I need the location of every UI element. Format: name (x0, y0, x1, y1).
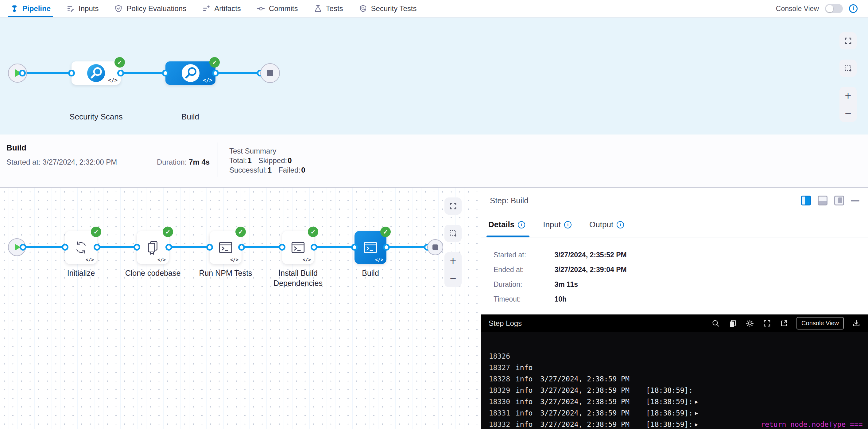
step-label[interactable]: Clone codebase (116, 268, 190, 278)
tab-label: Commits (269, 4, 298, 13)
tab-policy-evaluations[interactable]: Policy Evaluations (115, 0, 186, 17)
tab-commits[interactable]: Commits (257, 0, 298, 17)
port (94, 244, 100, 251)
stage-node-build[interactable]: ✓ </> (165, 61, 215, 85)
select-region-button[interactable] (444, 225, 462, 242)
code-glyph: </> (86, 257, 94, 263)
step-details: Started at: 3/27/2024, 2:35:52 PM Ended … (481, 237, 868, 314)
open-logs-external-button[interactable] (780, 319, 788, 328)
zoom-in-button[interactable]: + (839, 87, 857, 104)
tab-label: Output (589, 220, 613, 229)
fullscreen-icon (449, 202, 457, 210)
step-canvas-controls: + − (444, 197, 462, 287)
copy-logs-button[interactable] (728, 319, 737, 328)
successful-label: Successful: (229, 166, 267, 174)
step-node-initialize[interactable]: ✓ </> (65, 231, 97, 264)
step-label[interactable]: Build (334, 268, 407, 278)
info-icon[interactable]: i (849, 4, 858, 13)
step-label[interactable]: Initialize (44, 268, 118, 278)
detail-label: Timeout: (494, 295, 553, 303)
tab-artifacts[interactable]: Artifacts (202, 0, 241, 17)
tab-details[interactable]: Details i (488, 220, 525, 237)
zoom-out-button[interactable]: − (444, 270, 462, 287)
panel-layout-controls (801, 195, 859, 206)
port (62, 244, 68, 251)
tab-pipeline[interactable]: Pipeline (10, 0, 51, 17)
layout-bottom-view-icon[interactable] (818, 195, 828, 206)
zoom-in-button[interactable]: + (444, 252, 462, 270)
port (68, 70, 75, 76)
sync-icon (73, 240, 89, 255)
log-row[interactable]: 18331 info 3/27/2024, 2:38:59 PM [18:38:… (481, 396, 868, 407)
tab-inputs[interactable]: Inputs (67, 0, 98, 17)
step-execution-canvas[interactable]: ✓ </> Initialize ✓ </> Clone codebase ✓ … (0, 188, 481, 429)
fullscreen-button[interactable] (444, 197, 462, 215)
step-node-run-npm-tests[interactable]: ✓ </> (210, 231, 242, 264)
info-icon[interactable]: i (564, 221, 571, 228)
download-logs-button[interactable] (852, 319, 861, 328)
console-view-toggle[interactable] (825, 4, 843, 13)
stop-icon (267, 70, 273, 76)
stage-canvas-controls: + − (839, 32, 857, 122)
port (279, 244, 285, 251)
select-region-button[interactable] (839, 60, 857, 77)
detail-value: 3/27/2024, 2:39:04 PM (554, 266, 626, 274)
port (117, 70, 124, 76)
pipeline-end-node[interactable] (260, 63, 280, 83)
step-node-install-build-dependencies[interactable]: ✓ </> (282, 231, 314, 264)
log-row[interactable]: 18330 info 3/27/2024, 2:38:59 PM [18:38:… (481, 385, 868, 396)
log-row[interactable]: 18332 info 3/27/2024, 2:38:59 PM [18:38:… (481, 407, 868, 419)
log-row[interactable]: 18328 info 3/27/2024, 2:38:59 PM [18:38:… (481, 362, 868, 373)
zoom-controls: + − (444, 252, 462, 287)
tab-input[interactable]: Input i (543, 220, 571, 237)
log-row[interactable]: 18326 info 3/27/2024, 2:38:59 PM [18:38:… (481, 339, 868, 351)
port (351, 244, 358, 251)
detail-row: Timeout: 10h (494, 295, 868, 303)
search-logs-button[interactable] (711, 319, 720, 328)
tab-output[interactable]: Output i (589, 220, 624, 237)
stage-title: Build (6, 143, 26, 153)
stop-icon (432, 244, 438, 250)
log-row[interactable]: 18327 info 3/27/2024, 2:38:59 PM [18:38:… (481, 351, 868, 362)
pipeline-execution-page: Pipeline Inputs Policy Evaluations Artif… (0, 0, 868, 429)
stage-end-node[interactable] (427, 239, 443, 255)
copy-icon (728, 319, 737, 328)
step-node-clone-codebase[interactable]: ✓ </> (137, 231, 169, 264)
success-check-icon: ✓ (163, 226, 173, 237)
log-row[interactable]: 18329 info 3/27/2024, 2:38:59 PM [18:38:… (481, 373, 868, 385)
stage-started-at: Started at: 3/27/2024, 2:32:00 PM (6, 158, 117, 166)
stage-label[interactable]: Security Scans (62, 112, 130, 122)
marquee-select-icon (449, 229, 457, 238)
failed-value: 0 (301, 166, 305, 174)
stage-label[interactable]: Build (156, 112, 225, 122)
detail-value: 10h (554, 295, 567, 303)
terminal-icon (218, 240, 233, 255)
zoom-out-button[interactable]: − (839, 104, 857, 122)
step-label[interactable]: Run NPM Tests (189, 268, 262, 278)
port (133, 244, 140, 251)
layout-split-view-icon[interactable] (801, 195, 811, 206)
stage-node-security-scans[interactable]: ✓ </> (71, 61, 121, 85)
log-row[interactable]: 18333 info 3/27/2024, 2:38:59 PM [18:38:… (481, 419, 868, 429)
info-icon[interactable]: i (518, 221, 525, 228)
step-node-build[interactable]: ✓ </> (354, 231, 386, 264)
fullscreen-button[interactable] (839, 32, 857, 50)
log-settings-button[interactable] (745, 319, 754, 328)
port (165, 244, 172, 251)
tab-tests[interactable]: Tests (314, 0, 343, 17)
skipped-value: 0 (288, 156, 291, 164)
pipeline-stage-canvas[interactable]: ✓ </> Security Scans ✓ </> Build + (0, 18, 868, 134)
build-stage-icon (181, 64, 200, 83)
tab-security-tests[interactable]: Security Tests (359, 0, 417, 17)
fullscreen-logs-button[interactable] (763, 319, 771, 328)
artifacts-icon (202, 5, 210, 12)
console-view-button[interactable]: Console View (797, 317, 844, 330)
step-label[interactable]: Install Build Dependencies (261, 268, 335, 288)
layout-right-view-icon[interactable] (834, 195, 844, 206)
minimize-panel-button[interactable] (851, 200, 859, 202)
marquee-select-icon (844, 64, 852, 72)
tab-label: Inputs (79, 4, 98, 13)
step-logs-header: Step Logs Conso (481, 314, 868, 332)
info-icon[interactable]: i (617, 221, 624, 228)
step-logs-panel: Step Logs Conso (481, 314, 868, 429)
